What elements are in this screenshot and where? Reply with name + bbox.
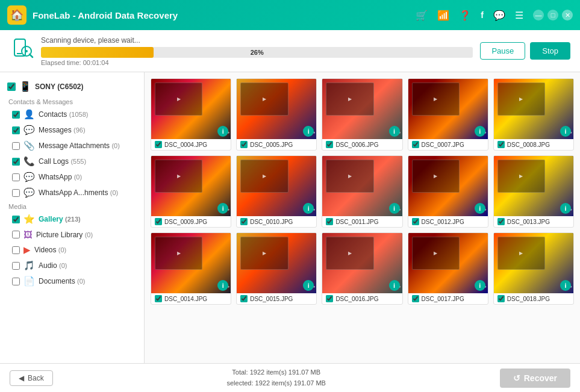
sidebar-item-documents[interactable]: 📄 Documents (0) xyxy=(0,273,144,289)
audio-checkbox[interactable] xyxy=(12,262,20,270)
photo-card[interactable]: ▶ ● i DSC_0006.JPG xyxy=(322,78,402,151)
facebook-icon[interactable]: f xyxy=(481,10,484,20)
info-badge[interactable]: i xyxy=(389,280,400,291)
photo-card[interactable]: ▶ ● i DSC_0008.JPG xyxy=(493,78,574,151)
photo-thumbnail: ▶ ● i xyxy=(151,156,231,216)
photo-checkbox[interactable] xyxy=(155,218,162,225)
whatsapp-checkbox[interactable] xyxy=(12,173,20,181)
photo-footer: DSC_0004.JPG xyxy=(151,139,231,150)
contacts-checkbox[interactable] xyxy=(12,111,20,119)
info-badge[interactable]: i xyxy=(389,126,400,137)
photo-checkbox[interactable] xyxy=(240,295,248,302)
recover-button[interactable]: ↺ Recover xyxy=(500,369,570,388)
info-badge[interactable]: i xyxy=(389,203,400,214)
photo-card[interactable]: ▶ ● i DSC_0017.JPG xyxy=(408,232,488,305)
photo-checkbox[interactable] xyxy=(326,141,333,148)
photo-footer: DSC_0010.JPG xyxy=(237,216,316,227)
wifi-icon[interactable]: 📶 xyxy=(437,10,449,21)
section-title-media: Media xyxy=(0,201,144,211)
docs-checkbox[interactable] xyxy=(12,278,20,285)
photo-card[interactable]: ▶ ● i DSC_0010.JPG xyxy=(236,155,317,228)
wa-attach-checkbox[interactable] xyxy=(12,189,20,197)
photo-footer: DSC_0017.JPG xyxy=(408,293,488,304)
chat-icon[interactable]: 💬 xyxy=(493,10,505,21)
photo-checkbox[interactable] xyxy=(155,295,162,302)
photo-card[interactable]: ▶ ● i DSC_0009.JPG xyxy=(151,155,231,228)
photo-name: DSC_0009.JPG xyxy=(164,219,207,225)
sidebar-item-audio[interactable]: 🎵 Audio (0) xyxy=(0,258,144,273)
sidebar-item-whatsapp-attachments[interactable]: 💬 WhatsApp A...hments (0) xyxy=(0,185,144,201)
bottom-bar: ◀ Back Total: 1922 item(s) 191.07 MB sel… xyxy=(0,363,580,392)
maximize-button[interactable]: □ xyxy=(547,10,558,20)
photo-checkbox[interactable] xyxy=(497,141,505,148)
info-badge[interactable]: i xyxy=(560,203,571,214)
device-checkbox[interactable] xyxy=(7,82,16,91)
picture-lib-checkbox[interactable] xyxy=(12,231,20,238)
photo-card[interactable]: ▶ ● i DSC_0005.JPG xyxy=(236,78,317,151)
photo-checkbox[interactable] xyxy=(326,218,333,225)
progress-bar: 26% xyxy=(41,47,473,58)
info-badge[interactable]: i xyxy=(560,280,571,291)
photo-checkbox[interactable] xyxy=(155,141,162,148)
info-badge[interactable]: i xyxy=(475,126,485,137)
menu-icon[interactable]: ☰ xyxy=(515,10,523,21)
photo-name: DSC_0017.JPG xyxy=(422,296,464,302)
videos-checkbox[interactable] xyxy=(12,246,20,254)
photo-checkbox[interactable] xyxy=(412,218,419,225)
minimize-button[interactable]: — xyxy=(533,10,544,20)
recover-label: Recover xyxy=(524,373,557,383)
photo-checkbox[interactable] xyxy=(497,218,505,225)
photo-card[interactable]: ▶ ● i DSC_0013.JPG xyxy=(493,155,574,228)
photo-card[interactable]: ▶ ● i DSC_0011.JPG xyxy=(322,155,402,228)
scan-info: Scanning device, please wait... 26% Elap… xyxy=(41,36,473,66)
gallery-label: Gallery (213) xyxy=(39,215,81,223)
info-badge[interactable]: i xyxy=(475,280,485,291)
close-button[interactable]: ✕ xyxy=(562,10,573,20)
total-info: Total: 1922 item(s) 191.07 MB selected: … xyxy=(226,367,325,388)
photo-checkbox[interactable] xyxy=(497,295,505,302)
info-badge[interactable]: i xyxy=(475,203,485,214)
sidebar-item-videos[interactable]: ▶ Videos (0) xyxy=(0,242,144,258)
msg-attach-checkbox[interactable] xyxy=(12,142,20,150)
photo-thumbnail: ▶ ● i xyxy=(322,233,402,293)
photo-grid: ▶ ● i DSC_0004.JPG ▶ ● i DSC_0005.JPG xyxy=(145,72,580,363)
photo-checkbox[interactable] xyxy=(412,295,419,302)
pause-button[interactable]: Pause xyxy=(480,42,525,60)
photo-footer: DSC_0011.JPG xyxy=(322,216,402,227)
sidebar-item-message-attachments[interactable]: 📎 Message Attachments (0) xyxy=(0,138,144,154)
photo-card[interactable]: ▶ ● i DSC_0014.JPG xyxy=(151,232,231,305)
photo-thumbnail: ▶ ● i xyxy=(322,156,402,216)
sidebar-item-picture-library[interactable]: 🖼 Picture Library (0) xyxy=(0,227,144,242)
photo-footer: DSC_0007.JPG xyxy=(408,139,488,150)
photo-footer: DSC_0018.JPG xyxy=(494,293,573,304)
app-logo: 🏠 xyxy=(7,5,27,25)
device-item[interactable]: 📱 SONY (C6502) xyxy=(0,77,144,96)
photo-card[interactable]: ▶ ● i DSC_0012.JPG xyxy=(408,155,488,228)
photo-checkbox[interactable] xyxy=(412,141,419,148)
messages-checkbox[interactable] xyxy=(12,126,20,134)
info-badge[interactable]: i xyxy=(560,126,571,137)
photo-card[interactable]: ▶ ● i DSC_0007.JPG xyxy=(408,78,488,151)
photo-checkbox[interactable] xyxy=(326,295,333,302)
whatsapp-label: WhatsApp (0) xyxy=(39,173,82,181)
calllogs-checkbox[interactable] xyxy=(12,158,20,166)
photo-card[interactable]: ▶ ● i DSC_0016.JPG xyxy=(322,232,402,305)
svg-line-3 xyxy=(30,54,33,57)
photo-card[interactable]: ▶ ● i DSC_0004.JPG xyxy=(151,78,231,151)
gallery-checkbox[interactable] xyxy=(12,216,20,223)
progress-fill xyxy=(41,47,154,58)
photo-card[interactable]: ▶ ● i DSC_0015.JPG xyxy=(236,232,317,305)
photo-checkbox[interactable] xyxy=(240,141,248,148)
back-button[interactable]: ◀ Back xyxy=(10,370,53,386)
stop-button[interactable]: Stop xyxy=(530,42,570,60)
sidebar-item-gallery[interactable]: ⭐ Gallery (213) xyxy=(0,211,144,227)
photo-name: DSC_0018.JPG xyxy=(507,296,550,302)
sidebar-item-contacts[interactable]: 👤 Contacts (1058) xyxy=(0,107,144,122)
help-icon[interactable]: ❓ xyxy=(459,10,471,21)
sidebar-item-call-logs[interactable]: 📞 Call Logs (555) xyxy=(0,154,144,169)
cart-icon[interactable]: 🛒 xyxy=(416,10,428,21)
sidebar-item-messages[interactable]: 💬 Messages (96) xyxy=(0,122,144,138)
sidebar-item-whatsapp[interactable]: 💬 WhatsApp (0) xyxy=(0,169,144,185)
photo-card[interactable]: ▶ ● i DSC_0018.JPG xyxy=(493,232,574,305)
photo-checkbox[interactable] xyxy=(240,218,248,225)
